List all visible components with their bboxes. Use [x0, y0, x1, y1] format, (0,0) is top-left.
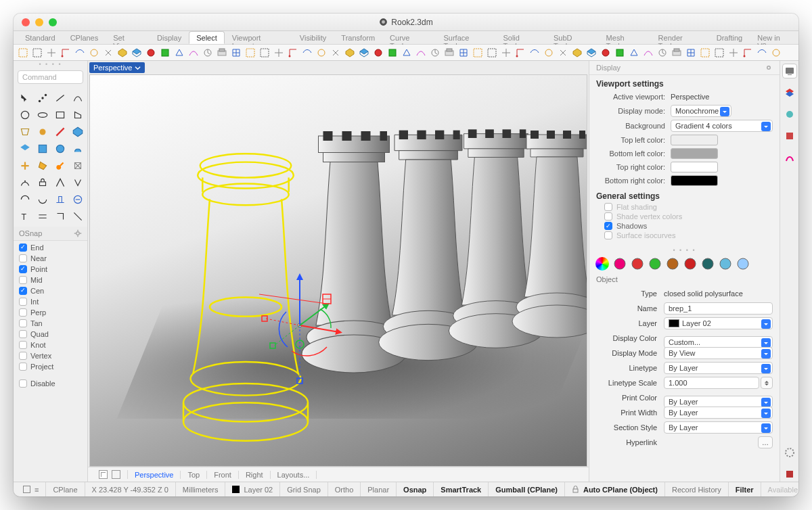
top-tab-subd-tools[interactable]: SubD Tools [546, 31, 599, 44]
toolbar-btn-5[interactable] [87, 46, 101, 60]
status-grid-snap[interactable]: Grid Snap [280, 482, 328, 496]
shadows-check[interactable]: Shadows [589, 221, 780, 231]
tool-btn-10[interactable] [53, 124, 68, 139]
viewport-3d[interactable] [89, 74, 587, 467]
gumball-manipulator[interactable] [259, 264, 361, 386]
toolbar-btn-40[interactable] [585, 46, 598, 60]
isocurves-check[interactable]: Surface isocurves [589, 231, 780, 240]
toolbar-btn-46[interactable] [670, 46, 683, 60]
top-tab-mesh-tools[interactable]: Mesh Tools [599, 31, 651, 44]
toolbar-btn-18[interactable] [272, 46, 286, 60]
toolbar-btn-24[interactable] [357, 46, 371, 60]
tool-btn-1[interactable] [35, 91, 50, 106]
toolbar-btn-44[interactable] [641, 46, 655, 60]
toolbar-btn-37[interactable] [542, 46, 556, 60]
toolbar-btn-15[interactable] [229, 46, 243, 60]
tool-btn-4[interactable] [18, 108, 32, 122]
osnap-knot[interactable]: Knot [19, 340, 82, 350]
toolbar-btn-8[interactable] [130, 46, 143, 60]
osnap-cen[interactable]: Cen [19, 285, 82, 296]
obj-prop-tab-5[interactable] [683, 256, 698, 271]
print-width-dropdown[interactable]: By Layer [664, 407, 773, 419]
tool-btn-11[interactable] [70, 124, 85, 139]
top-tab-solid-tools[interactable]: Solid Tools [495, 31, 546, 44]
osnap-disable[interactable]: Disable [19, 378, 82, 388]
bottom-right-color-swatch[interactable] [671, 175, 718, 186]
obj-prop-tab-8[interactable] [736, 256, 750, 271]
rtab-display[interactable] [782, 64, 797, 78]
toolbar-btn-36[interactable] [528, 46, 541, 60]
obj-display-mode-dropdown[interactable]: By View [664, 347, 773, 359]
tool-btn-7[interactable] [70, 108, 85, 122]
osnap-quad[interactable]: Quad [19, 329, 82, 339]
toolbar-btn-39[interactable] [570, 46, 584, 60]
obj-prop-tab-4[interactable] [665, 256, 680, 271]
tool-btn-25[interactable] [35, 192, 50, 207]
viewport-tab-top[interactable]: Top [181, 471, 207, 479]
toolbar-btn-6[interactable] [102, 46, 115, 60]
top-tab-visibility[interactable]: Visibility [292, 31, 334, 44]
toolbar-btn-7[interactable] [116, 46, 129, 60]
status-filter[interactable]: Filter [729, 482, 761, 496]
tool-btn-14[interactable] [53, 141, 68, 156]
top-tab-set-view[interactable]: Set View [106, 31, 150, 44]
toolbar-btn-31[interactable] [457, 46, 470, 60]
layer-dropdown[interactable]: Layer 02 [664, 317, 773, 329]
toolbar-btn-11[interactable] [173, 46, 186, 60]
toolbar-btn-26[interactable] [386, 46, 399, 60]
obj-prop-tab-7[interactable] [718, 256, 733, 271]
toolbar-btn-9[interactable] [144, 46, 158, 60]
toolbar-btn-0[interactable] [16, 46, 30, 60]
toolbar-btn-49[interactable] [713, 46, 726, 60]
section-style-dropdown[interactable]: By Layer [664, 421, 773, 434]
osnap-near[interactable]: Near [19, 253, 82, 263]
linetype-dropdown[interactable]: By Layer [664, 362, 773, 374]
toolbar-btn-10[interactable] [158, 46, 172, 60]
top-left-color-swatch[interactable] [671, 135, 718, 145]
osnap-int[interactable]: Int [19, 296, 82, 306]
viewport-tab-layouts[interactable]: Layouts... [271, 471, 317, 479]
toolbar-btn-17[interactable] [258, 46, 271, 60]
tool-btn-20[interactable] [18, 175, 32, 190]
toolbar-btn-47[interactable] [684, 46, 698, 60]
toolbar-btn-12[interactable] [187, 46, 200, 60]
tool-btn-9[interactable] [35, 124, 50, 139]
toolbar-btn-29[interactable] [428, 46, 442, 60]
command-input[interactable]: Command [18, 70, 83, 84]
toolbar-btn-30[interactable] [443, 46, 456, 60]
rtab-help[interactable] [782, 150, 797, 165]
bottom-left-color-swatch[interactable] [671, 148, 718, 159]
toolbar-btn-32[interactable] [471, 46, 484, 60]
toolbar-btn-21[interactable] [315, 46, 328, 60]
toolbar-btn-34[interactable] [499, 46, 513, 60]
status-gumball[interactable]: Gumball (CPlane) [489, 482, 565, 496]
rtab-history[interactable] [782, 467, 797, 482]
viewport-tab-right[interactable]: Right [239, 471, 271, 479]
top-right-color-swatch[interactable] [671, 162, 718, 172]
flat-shading-check[interactable]: Flat shading [589, 202, 780, 212]
toolbar-btn-38[interactable] [556, 46, 570, 60]
status-smarttrack[interactable]: SmartTrack [434, 482, 489, 496]
tool-btn-2[interactable] [53, 91, 68, 106]
rtab-properties[interactable] [782, 445, 797, 460]
tool-btn-8[interactable] [18, 124, 32, 139]
tool-btn-15[interactable] [70, 141, 85, 156]
top-tab-render-tools[interactable]: Render Tools [651, 31, 709, 44]
viewport-layout-icons[interactable] [92, 470, 128, 479]
tool-btn-19[interactable] [70, 158, 85, 173]
gear-icon[interactable] [765, 64, 773, 72]
tool-btn-6[interactable] [53, 108, 68, 122]
tool-btn-29[interactable] [35, 209, 50, 224]
top-tab-curve-tools[interactable]: Curve Tools [382, 31, 436, 44]
panel-grip[interactable]: • • • • [14, 61, 87, 68]
toolbar-btn-23[interactable] [343, 46, 357, 60]
rtab-layers[interactable] [782, 85, 797, 100]
tool-btn-22[interactable] [53, 175, 68, 190]
toolbar-btn-51[interactable] [741, 46, 754, 60]
panel-grip-2[interactable]: • • • • [589, 247, 780, 254]
toolbar-btn-52[interactable] [755, 46, 769, 60]
toolbar-btn-53[interactable] [769, 46, 783, 60]
osnap-vertex[interactable]: Vertex [19, 350, 82, 361]
viewport-tab-perspective[interactable]: Perspective [128, 471, 181, 479]
tool-btn-0[interactable] [18, 91, 32, 106]
